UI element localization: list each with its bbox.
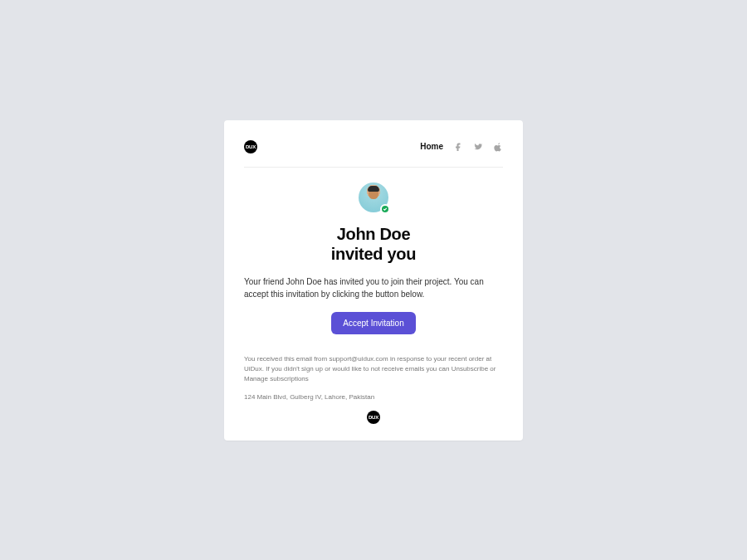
invitation-title: John Doe invited you [244,224,503,264]
nav: Home [420,142,503,152]
avatar [359,183,388,212]
footer-logo-container: DUX [244,411,503,424]
title-line-2: invited you [244,244,503,264]
check-icon [383,207,388,212]
nav-home-link[interactable]: Home [420,142,443,151]
accept-invitation-button[interactable]: Accept Invitation [331,312,415,334]
verified-badge [380,204,390,214]
footer-brand-logo: DUX [367,411,380,424]
brand-logo-text: DUX [246,144,256,149]
body: John Doe invited you Your friend John Do… [244,168,503,424]
facebook-icon[interactable] [453,142,463,152]
twitter-icon[interactable] [473,142,483,152]
footer-brand-logo-text: DUX [369,415,378,420]
cta-container: Accept Invitation [244,312,503,334]
apple-icon[interactable] [493,142,503,152]
footer-disclaimer: You received this email from support@uid… [244,354,503,384]
header: DUX Home [244,140,503,168]
avatar-container [244,183,503,212]
invitation-description: Your friend John Doe has invited you to … [244,275,503,300]
footer-address: 124 Main Blvd, Gulberg IV, Lahore, Pakis… [244,392,503,402]
brand-logo: DUX [244,140,257,153]
title-line-1: John Doe [244,224,503,244]
email-card: DUX Home John Doe invited you Your frien… [224,120,523,441]
